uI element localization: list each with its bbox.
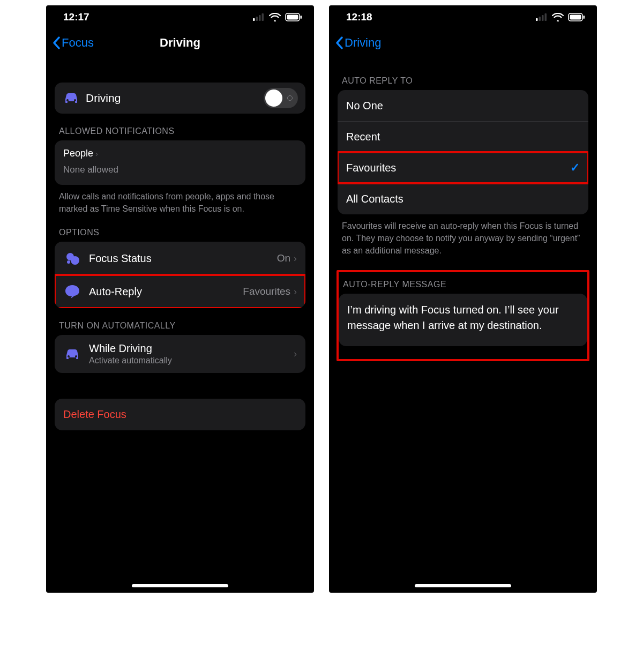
svg-point-8: [71, 256, 79, 265]
focus-status-label: Focus Status: [89, 252, 277, 265]
option-all-contacts[interactable]: All Contacts: [338, 183, 588, 214]
option-favourites[interactable]: Favourites ✓: [338, 152, 588, 183]
auto-reply-value: Favourites: [243, 286, 290, 297]
while-driving-sub: Activate automatically: [89, 356, 294, 365]
auto-reply-label: Auto-Reply: [89, 286, 243, 298]
svg-rect-15: [570, 15, 581, 20]
option-label: Favourites: [346, 162, 570, 174]
auto-reply-to-card: No One Recent Favourites ✓ All Contacts: [338, 90, 588, 214]
status-indicators: [253, 13, 302, 21]
while-driving-row[interactable]: While Driving Activate automatically ›: [55, 335, 305, 373]
status-time: 12:18: [341, 11, 372, 23]
section-header-auto-on: TURN ON AUTOMATICALLY: [55, 308, 305, 335]
while-driving-label: While Driving: [89, 342, 294, 355]
phone-auto-reply-settings: 12:18: [329, 5, 597, 593]
focus-status-row[interactable]: Focus Status On ›: [55, 242, 305, 275]
auto-reply-message-field[interactable]: I’m driving with Focus turned on. I’ll s…: [339, 294, 587, 346]
wifi-icon: [552, 13, 564, 21]
svg-rect-3: [262, 13, 264, 21]
chevron-right-icon: ›: [294, 253, 297, 264]
chevron-right-icon: ›: [294, 348, 297, 360]
delete-focus-button[interactable]: Delete Focus: [55, 399, 305, 430]
option-label: All Contacts: [346, 193, 580, 205]
svg-rect-16: [584, 16, 585, 19]
svg-rect-11: [539, 17, 541, 21]
focus-toggle-row[interactable]: Driving: [55, 83, 305, 114]
focus-status-icon: [63, 249, 81, 267]
svg-rect-1: [256, 17, 258, 21]
chevron-right-icon: ›: [95, 150, 98, 158]
cellular-icon: [253, 13, 265, 21]
battery-icon: [568, 13, 585, 21]
option-recent[interactable]: Recent: [338, 121, 588, 152]
focus-status-value: On: [277, 252, 290, 264]
car-icon: [63, 345, 81, 363]
auto-reply-to-footer: Favourites will receive an auto-reply wh…: [338, 214, 588, 257]
back-button[interactable]: Driving: [335, 36, 381, 50]
back-button[interactable]: Focus: [53, 36, 94, 50]
phone-driving-settings: 12:17: [46, 5, 314, 593]
status-time: 12:17: [58, 11, 89, 23]
focus-toggle-label: Driving: [86, 92, 264, 104]
svg-rect-2: [259, 15, 261, 21]
nav-bar: Focus Driving: [46, 29, 314, 57]
home-indicator[interactable]: [132, 584, 228, 587]
section-header-options: OPTIONS: [55, 215, 305, 242]
people-sub: None allowed: [63, 165, 297, 175]
cellular-icon: [536, 13, 548, 21]
car-icon: [62, 89, 80, 107]
chevron-left-icon: [335, 36, 343, 49]
svg-rect-13: [545, 13, 547, 21]
people-card[interactable]: People › None allowed: [55, 140, 305, 185]
checkmark-icon: ✓: [570, 161, 580, 175]
nav-bar: Driving: [329, 29, 597, 57]
focus-toggle-switch[interactable]: [264, 88, 298, 108]
auto-on-card: While Driving Activate automatically ›: [55, 335, 305, 373]
chevron-left-icon: [53, 36, 61, 49]
wifi-icon: [269, 13, 281, 21]
allowed-footer: Allow calls and notifications from peopl…: [55, 185, 305, 215]
svg-rect-5: [287, 15, 298, 20]
section-header-allowed: ALLOWED NOTIFICATIONS: [55, 114, 305, 140]
auto-reply-row[interactable]: Auto-Reply Favourites ›: [55, 275, 305, 308]
status-bar: 12:17: [46, 5, 314, 29]
section-header-auto-reply-to: AUTO REPLY TO: [338, 57, 588, 90]
svg-rect-6: [301, 16, 302, 19]
svg-rect-12: [542, 15, 544, 21]
option-label: No One: [346, 100, 580, 112]
people-label: People: [63, 148, 93, 159]
option-no-one[interactable]: No One: [338, 90, 588, 121]
battery-icon: [285, 13, 302, 21]
svg-point-9: [67, 260, 70, 264]
home-indicator[interactable]: [415, 584, 511, 587]
option-label: Recent: [346, 131, 580, 143]
status-bar: 12:18: [329, 5, 597, 29]
svg-rect-10: [536, 18, 538, 21]
options-card: Focus Status On › Auto-Reply Favourites …: [55, 242, 305, 308]
chat-bubble-icon: [63, 282, 81, 301]
back-label: Driving: [345, 36, 381, 50]
status-indicators: [536, 13, 585, 21]
svg-rect-0: [253, 18, 255, 21]
chevron-right-icon: ›: [294, 286, 297, 297]
section-header-auto-reply-message: AUTO-REPLY MESSAGE: [339, 272, 587, 294]
auto-reply-message-highlight: AUTO-REPLY MESSAGE I’m driving with Focu…: [337, 270, 589, 361]
back-label: Focus: [62, 36, 94, 50]
